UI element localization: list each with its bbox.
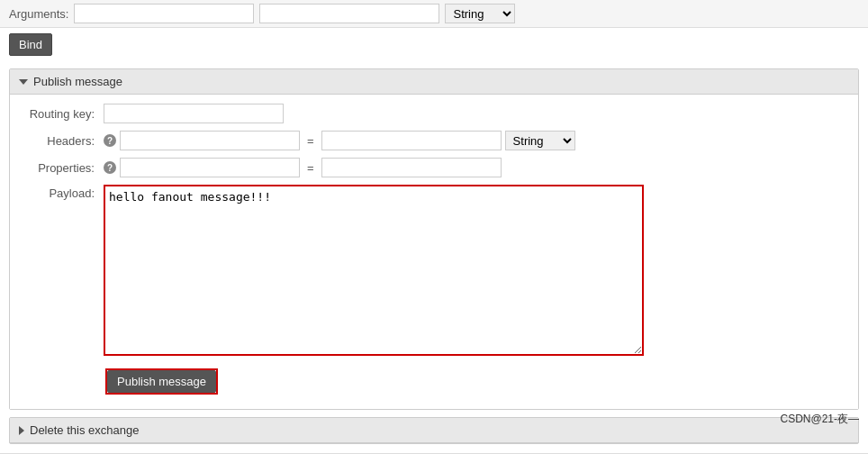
headers-value-input[interactable]: [321, 131, 502, 150]
payload-textarea[interactable]: hello fanout message!!!: [104, 185, 644, 356]
routing-key-label: Routing key:: [19, 107, 100, 121]
arguments-key-input[interactable]: [74, 4, 254, 23]
properties-key-input[interactable]: [120, 158, 300, 177]
headers-equals: =: [303, 134, 318, 148]
delete-exchange-section: Delete this exchange: [9, 417, 859, 444]
publish-button-wrapper: Publish message: [105, 368, 218, 395]
headers-label: Headers:: [19, 134, 100, 148]
arguments-label: Arguments:: [9, 7, 68, 21]
routing-key-row: Routing key:: [19, 104, 849, 123]
bind-button[interactable]: Bind: [9, 33, 52, 56]
watermark: CSDN@21-夜—: [780, 412, 859, 427]
publish-message-section: Publish message Routing key: Headers: ? …: [9, 68, 859, 410]
headers-row: Headers: ? = String Integer Boolean: [19, 131, 849, 150]
payload-label: Payload:: [19, 186, 100, 200]
properties-equals: =: [303, 161, 318, 175]
publish-message-button[interactable]: Publish message: [107, 370, 216, 393]
arguments-row: Arguments: String Integer Boolean: [0, 0, 868, 28]
publish-message-title: Publish message: [33, 75, 122, 88]
delete-exchange-header[interactable]: Delete this exchange: [10, 418, 858, 443]
publish-message-header[interactable]: Publish message: [10, 69, 858, 95]
headers-key-input[interactable]: [120, 131, 300, 150]
publish-message-body: Routing key: Headers: ? = String Integer…: [10, 95, 858, 409]
properties-row: Properties: ? =: [19, 158, 849, 177]
expand-icon: [19, 426, 24, 435]
properties-label: Properties:: [19, 161, 100, 175]
bind-section: Bind: [0, 28, 868, 61]
properties-value-input[interactable]: [321, 158, 502, 177]
arguments-value-input[interactable]: [259, 4, 439, 23]
headers-help-icon[interactable]: ?: [104, 134, 116, 147]
routing-key-input[interactable]: [104, 104, 284, 123]
delete-exchange-title: Delete this exchange: [30, 423, 139, 437]
properties-help-icon[interactable]: ?: [104, 161, 116, 174]
headers-type-select[interactable]: String Integer Boolean: [505, 131, 575, 150]
collapse-icon: [19, 79, 28, 85]
payload-row: Payload: hello fanout message!!!: [19, 185, 849, 356]
arguments-type-select[interactable]: String Integer Boolean: [445, 4, 515, 23]
